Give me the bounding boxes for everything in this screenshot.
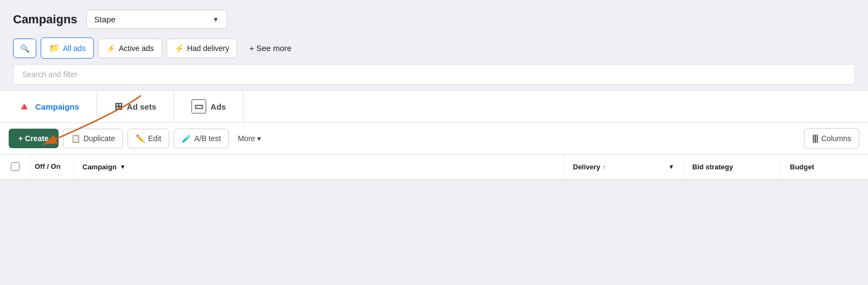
edit-label: Edit <box>148 134 161 143</box>
ads-tab-icon: ▭ <box>192 99 206 113</box>
see-more-label: + See more <box>249 43 291 53</box>
campaigns-tab-label: Campaigns <box>35 102 79 111</box>
tab-ad-sets[interactable]: ⊞ Ad sets <box>97 91 174 122</box>
ab-test-icon: 🧪 <box>182 134 191 143</box>
edit-icon: ✏️ <box>136 134 145 143</box>
lightning-icon-1: ⚡ <box>106 44 116 53</box>
all-ads-filter-button[interactable]: 📁 All ads <box>41 37 94 59</box>
select-all-checkbox-cell[interactable] <box>0 155 30 179</box>
th-off-on: Off / On <box>30 155 74 179</box>
had-delivery-label: Had delivery <box>187 44 229 53</box>
create-button[interactable]: + Create <box>9 129 59 148</box>
ads-tab-label: Ads <box>210 102 226 111</box>
lightning-icon-2: ⚡ <box>175 44 184 53</box>
toolbar: + Create 📋 Duplicate ✏️ Edit 🧪 A/B test … <box>0 123 868 155</box>
search-filter-button[interactable]: 🔍 <box>13 39 36 58</box>
more-chevron: ▾ <box>257 134 261 143</box>
level-tabs: 🔺 Campaigns ⊞ Ad sets ▭ Ads <box>0 91 868 123</box>
account-selector-chevron: ▼ <box>213 16 219 23</box>
main-content: 🔺 Campaigns ⊞ Ad sets ▭ Ads + Create 📋 D… <box>0 90 868 180</box>
th-delivery[interactable]: Delivery ↑ ▼ <box>564 155 684 179</box>
header-row: Campaigns Stape ▼ <box>0 10 868 37</box>
edit-button[interactable]: ✏️ Edit <box>127 129 169 148</box>
active-ads-filter-button[interactable]: ⚡ Active ads <box>98 39 162 58</box>
page-wrapper: Campaigns Stape ▼ 🔍 📁 All ads ⚡ Active a… <box>0 0 868 285</box>
adsets-tab-label: Ad sets <box>127 102 156 111</box>
th-bid-strategy: Bid strategy <box>684 155 781 179</box>
table-header: Off / On Campaign ▼ Delivery ↑ ▼ Bid str… <box>0 155 868 180</box>
had-delivery-filter-button[interactable]: ⚡ Had delivery <box>167 39 238 58</box>
duplicate-icon: 📋 <box>71 134 80 143</box>
ab-test-label: A/B test <box>194 134 221 143</box>
columns-label: Columns <box>821 134 851 143</box>
th-campaign[interactable]: Campaign ▼ <box>74 155 564 179</box>
active-ads-label: Active ads <box>119 44 154 53</box>
filter-bar: 🔍 📁 All ads ⚡ Active ads ⚡ Had delivery … <box>0 37 868 59</box>
all-ads-label: All ads <box>63 44 86 53</box>
more-button[interactable]: More ▾ <box>233 129 265 148</box>
ab-test-button[interactable]: 🧪 A/B test <box>174 129 229 148</box>
columns-icon: ||| <box>812 134 818 143</box>
search-input[interactable]: Search and filter <box>13 64 855 85</box>
search-icon: 🔍 <box>20 44 29 53</box>
toolbar-wrapper: + Create 📋 Duplicate ✏️ Edit 🧪 A/B test … <box>0 123 868 155</box>
select-all-checkbox[interactable] <box>11 162 20 171</box>
search-placeholder: Search and filter <box>22 70 78 79</box>
page-title: Campaigns <box>13 12 78 27</box>
campaign-sort-icon: ▼ <box>120 163 126 170</box>
account-name: Stape <box>94 15 208 24</box>
create-label: + Create <box>18 134 49 143</box>
more-label: More <box>238 134 255 143</box>
adsets-tab-icon: ⊞ <box>114 100 123 112</box>
see-more-filter-button[interactable]: + See more <box>241 39 299 58</box>
delivery-sort-icon: ↑ <box>603 163 607 171</box>
tab-ads[interactable]: ▭ Ads <box>174 91 244 122</box>
th-budget: Budget <box>781 155 868 179</box>
duplicate-button[interactable]: 📋 Duplicate <box>63 129 123 148</box>
folder-icon: 📁 <box>49 43 60 53</box>
columns-button[interactable]: ||| Columns <box>804 128 859 149</box>
search-bar-row: Search and filter <box>0 59 868 90</box>
duplicate-label: Duplicate <box>84 134 115 143</box>
account-selector[interactable]: Stape ▼ <box>86 10 227 29</box>
delivery-filter-icon: ▼ <box>668 163 674 170</box>
campaigns-tab-icon: 🔺 <box>17 100 31 113</box>
tab-campaigns[interactable]: 🔺 Campaigns <box>0 91 97 122</box>
